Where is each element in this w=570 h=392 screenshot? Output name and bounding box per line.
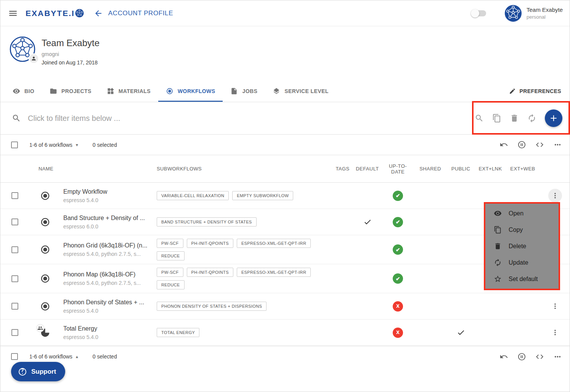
undo-icon[interactable]	[499, 352, 508, 361]
subworkflow-chip: VARIABLE-CELL RELAXATION	[157, 191, 229, 200]
row-checkbox[interactable]	[11, 303, 18, 310]
pause-circle-icon[interactable]	[517, 140, 526, 149]
caret-icon: ▾	[76, 142, 78, 148]
preferences-button[interactable]: PREFERENCES	[509, 80, 561, 102]
list-controls: 1-6 of 6 workflows ▴ 0 selected	[0, 346, 570, 367]
profile-text: Team Exabyte gmogni Joined on Aug 17, 20…	[42, 36, 100, 80]
code-icon[interactable]	[535, 140, 544, 149]
more-horiz-icon[interactable]	[553, 140, 562, 149]
tab-materials[interactable]: MATERIALS	[99, 80, 158, 102]
pause-circle-icon[interactable]	[517, 352, 526, 361]
public-check-icon	[457, 328, 465, 337]
subworkflow-chip: PHONON DENSITY OF STATES + DISPERSIONS	[157, 302, 267, 311]
tab-service-level[interactable]: SERVICE LEVEL	[265, 80, 336, 102]
tab-projects[interactable]: PROJECTS	[42, 80, 99, 102]
account-name: Team Exabyte	[527, 6, 563, 13]
copy-button[interactable]	[492, 114, 501, 123]
context-menu-item-open[interactable]: Open	[485, 205, 559, 222]
row-checkbox[interactable]	[11, 192, 18, 199]
create-button[interactable]	[545, 109, 562, 127]
filter-input[interactable]	[28, 114, 356, 123]
caret-icon: ▴	[76, 354, 78, 359]
list-actions	[499, 352, 562, 361]
menu-icon[interactable]	[8, 8, 18, 18]
logo[interactable]: EXABYTE.I	[26, 9, 84, 18]
workflow-icon	[40, 301, 50, 312]
filter-search-button[interactable]	[475, 114, 484, 123]
workflow-name[interactable]: Band Structure + Density of ...	[63, 215, 145, 222]
subworkflow-chip: ESPRESSO-XML-GET-QPT-IRR	[237, 239, 311, 248]
workflow-name[interactable]: Phonon Density of States + ...	[63, 299, 144, 306]
row-checkbox[interactable]	[11, 329, 18, 336]
workflow-name[interactable]: Phonon Grid (6k3q18i-OF) (n...	[63, 242, 148, 249]
profile-username: gmogni	[42, 51, 100, 57]
column-header-default: DEFAULT	[356, 166, 379, 172]
column-header-tags: TAGS	[336, 166, 349, 172]
tab-bio[interactable]: BIO	[5, 80, 42, 102]
workflow-name[interactable]: Total Energy	[63, 325, 97, 332]
undo-icon[interactable]	[499, 140, 508, 149]
more-vert-icon	[551, 302, 559, 310]
help-icon	[18, 367, 27, 376]
context-menu-item-set-default[interactable]: Set default	[485, 271, 559, 287]
column-header-name: NAME	[29, 166, 53, 172]
widgets-icon	[107, 87, 114, 95]
table-header: NAMESUBWORKFLOWSTAGSDEFAULTUP-TO-DATESHA…	[0, 155, 570, 183]
select-all-checkbox[interactable]	[11, 141, 18, 148]
row-menu-button[interactable]	[548, 299, 562, 313]
workflow-applications: espresso 6.0.0	[63, 223, 98, 230]
workflow-icon	[40, 273, 50, 284]
account-avatar[interactable]	[504, 5, 522, 22]
selected-count: 0 selected	[93, 142, 117, 148]
code-icon[interactable]	[535, 352, 544, 361]
toggle-knob	[471, 9, 479, 18]
table-row: Total Energy espresso 5.4.0 TOTAL ENERGY…	[0, 320, 570, 346]
subworkflows-cell: TOTAL ENERGY	[157, 328, 332, 337]
profile-joined-date: Joined on Aug 17, 2018	[42, 59, 100, 66]
profile-avatar	[10, 36, 35, 62]
search-icon	[12, 114, 21, 123]
person-badge-icon	[29, 53, 39, 64]
subworkflows-cell: PW-SCFPH-INIT-QPOINTSESPRESSO-XML-GET-QP…	[157, 239, 332, 260]
subworkflow-chip: PW-SCF	[157, 268, 183, 277]
more-vert-icon	[551, 328, 559, 337]
up-to-date-ok-icon: ✔	[393, 244, 403, 255]
pagination-dropdown[interactable]: 1-6 of 6 workflows ▾	[29, 142, 78, 148]
select-all-checkbox[interactable]	[11, 353, 18, 360]
context-menu-item-delete[interactable]: Delete	[485, 238, 559, 254]
more-horiz-icon[interactable]	[553, 352, 562, 361]
list-controls-bottom: 1-6 of 6 workflows ▴ 0 selected	[0, 346, 570, 367]
column-header-ext-lnk: EXT+LNK	[479, 166, 502, 172]
workflow-applications: espresso 5.4.0, python 2.7.5, s...	[63, 280, 141, 286]
tab-workflows[interactable]: WORKFLOWS	[158, 80, 223, 102]
pagination-dropdown[interactable]: 1-6 of 6 workflows ▴	[29, 353, 78, 360]
trash-icon	[494, 242, 502, 250]
more-vert-icon	[551, 191, 559, 200]
row-checkbox[interactable]	[11, 275, 18, 282]
folder-icon	[50, 87, 57, 95]
context-menu-item-copy[interactable]: Copy	[485, 222, 559, 238]
up-to-date-cell: ✔	[382, 273, 414, 284]
support-button[interactable]: Support	[11, 362, 65, 381]
theme-toggle[interactable]	[472, 10, 486, 16]
molecule-logo-icon	[75, 9, 84, 18]
workflow-name[interactable]: Empty Workflow	[63, 188, 107, 195]
context-menu-item-update[interactable]: Update	[485, 254, 559, 271]
row-checkbox[interactable]	[11, 246, 18, 253]
filter-bar	[0, 102, 570, 135]
row-menu-button[interactable]	[548, 189, 562, 202]
update-button[interactable]	[527, 114, 536, 123]
row-menu-button[interactable]	[548, 326, 562, 339]
copy-icon	[492, 114, 501, 123]
context-menu-items: Open Copy Delete Update Set default	[485, 205, 559, 287]
up-to-date-ok-icon: ✔	[393, 273, 403, 284]
default-cell	[353, 218, 382, 226]
table-row: Phonon Density of States + ... espresso …	[0, 293, 570, 320]
delete-button[interactable]	[510, 114, 519, 123]
row-checkbox[interactable]	[11, 218, 18, 225]
up-to-date-cell: x	[382, 301, 414, 312]
tab-jobs[interactable]: JOBS	[223, 80, 265, 102]
subworkflows-cell: VARIABLE-CELL RELAXATIONEMPTY SUBWORKFLO…	[157, 191, 332, 200]
workflow-name[interactable]: Phonon Map (6k3q18i-OF)	[63, 271, 135, 278]
back-arrow-icon[interactable]	[94, 9, 103, 18]
